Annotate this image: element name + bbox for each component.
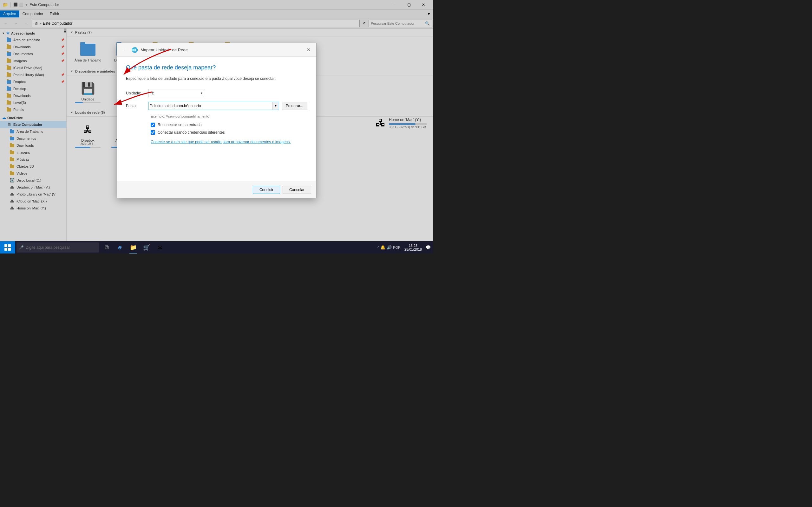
form-row-unidade: Unidade: R: ▼ <box>126 89 307 97</box>
dialog-footer: Concluir Cancelar <box>117 181 316 198</box>
cancelar-button[interactable]: Cancelar <box>283 186 311 194</box>
dialog-globe-icon: 🌐 <box>132 47 138 53</box>
taskbar-search-box: 🎤 <box>16 242 99 252</box>
taskbar-search-input[interactable] <box>26 245 96 250</box>
tray-lang: POR <box>393 245 401 249</box>
unidade-value: R: <box>150 91 154 95</box>
pasta-label: Pasta: <box>126 104 148 108</box>
browse-button[interactable]: Procurar... <box>282 102 307 110</box>
example-text: Exemplo: \\servidor\compartilhamento <box>151 114 307 118</box>
pasta-input[interactable] <box>148 102 272 110</box>
dialog-link[interactable]: Conecte-se a um site que pode ser usado … <box>151 140 307 144</box>
file-explorer-icon: 📁 <box>130 244 137 251</box>
edge-icon: e <box>118 244 121 251</box>
dialog-title-bar: ← 🌐 Mapear Unidade de Rede ✕ <box>117 43 316 57</box>
pasta-input-wrap: ▼ <box>148 102 279 110</box>
credenciais-label[interactable]: Conectar usando credenciais diferentes <box>158 130 224 135</box>
taskbar-pinned-icons: ⧉ e 📁 🛒 ✉ <box>100 241 377 254</box>
start-button[interactable] <box>0 241 15 254</box>
checkbox-row-credenciais: Conectar usando credenciais diferentes <box>151 130 307 135</box>
tray-volume-icon: 🔊 <box>387 245 392 250</box>
form-row-pasta: Pasta: ▼ Procurar... <box>126 102 307 110</box>
reconectar-checkbox[interactable] <box>151 123 155 127</box>
taskbar-store[interactable]: 🛒 <box>140 241 153 254</box>
unidade-control: R: ▼ <box>148 89 307 97</box>
unidade-label: Unidade: <box>126 91 148 95</box>
task-view-icon: ⧉ <box>105 244 109 250</box>
mail-icon: ✉ <box>158 244 162 251</box>
dialog-subtext: Especifique a letra de unidade para a co… <box>126 76 307 81</box>
taskbar-task-view[interactable]: ⧉ <box>100 241 113 254</box>
dialog-close-button[interactable]: ✕ <box>305 46 312 54</box>
taskbar-mic-icon: 🎤 <box>19 245 24 250</box>
time-display: 16:23 <box>409 244 418 247</box>
pasta-dropdown-button[interactable]: ▼ <box>272 102 279 110</box>
dialog-map-network: ← 🌐 Mapear Unidade de Rede ✕ Que pasta d… <box>117 43 316 198</box>
dialog-back-button[interactable]: ← <box>121 46 129 54</box>
taskbar-tray: ^ 🔔 🔊 POR 16:23 25/01/2018 💬 <box>377 244 433 251</box>
taskbar-file-explorer[interactable]: 📁 <box>127 241 140 254</box>
taskbar: 🎤 ⧉ e 📁 🛒 ✉ ^ 🔔 🔊 POR <box>0 241 433 253</box>
store-icon: 🛒 <box>143 244 150 251</box>
checkbox-row-reconectar: Reconectar-se na entrada <box>151 123 307 127</box>
dialog-body: Que pasta de rede deseja mapear? Especif… <box>117 57 316 181</box>
modal-overlay: ← 🌐 Mapear Unidade de Rede ✕ Que pasta d… <box>0 0 433 241</box>
concluir-button[interactable]: Concluir <box>253 186 280 194</box>
unidade-select[interactable]: R: ▼ <box>148 89 205 97</box>
taskbar-mail[interactable]: ✉ <box>154 241 166 254</box>
credenciais-checkbox[interactable] <box>151 130 155 135</box>
windows-logo <box>4 244 11 250</box>
tray-chevron[interactable]: ^ <box>377 245 379 249</box>
taskbar-clock[interactable]: 16:23 25/01/2018 <box>402 244 424 251</box>
date-display: 25/01/2018 <box>404 247 422 251</box>
taskbar-edge[interactable]: e <box>113 241 126 254</box>
tray-network-icon: 🔔 <box>380 245 386 250</box>
pasta-control: ▼ Procurar... <box>148 102 307 110</box>
unidade-dropdown-arrow: ▼ <box>200 92 203 95</box>
dialog-title-text: Mapear Unidade de Rede <box>141 48 302 52</box>
dialog-heading: Que pasta de rede deseja mapear? <box>126 64 307 71</box>
reconectar-label[interactable]: Reconectar-se na entrada <box>158 123 202 127</box>
notifications-icon[interactable]: 💬 <box>426 245 431 250</box>
